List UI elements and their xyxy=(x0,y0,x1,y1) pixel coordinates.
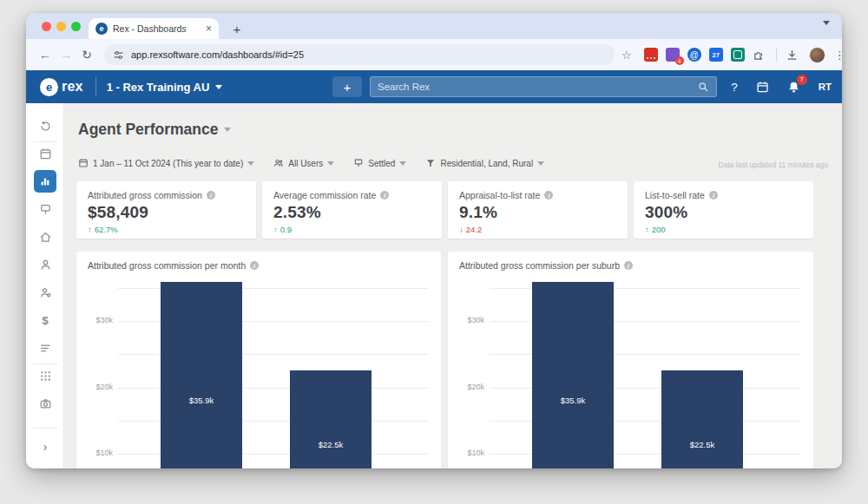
status-filter[interactable]: Settled xyxy=(353,158,406,168)
chart-plot-area: $30k$20k$10k$35.9k$22.5k xyxy=(448,252,813,468)
bar[interactable]: $22.5k xyxy=(290,370,372,468)
category-filter[interactable]: Residential, Land, Rural xyxy=(425,158,544,168)
filter-bar: 1 Jan – 11 Oct 2024 (This year to date) … xyxy=(78,158,544,168)
kpi-delta: ↑ 0.9 xyxy=(273,225,431,234)
kpi-delta-value: 200 xyxy=(652,225,666,234)
chevron-down-icon xyxy=(399,161,406,166)
trend-arrow-icon: ↑ xyxy=(88,225,92,234)
kpi-card-appraisal-to-list-rate[interactable]: Appraisal-to-list rate i 9.1% ↓ 24.2 xyxy=(448,181,628,239)
sidebar-item-finance[interactable]: $ xyxy=(26,308,64,332)
window-minimize-button[interactable] xyxy=(56,22,66,31)
window-zoom-button[interactable] xyxy=(71,22,81,31)
tab-title: Rex - Dashboards xyxy=(113,23,201,34)
chevron-down-icon xyxy=(537,161,544,166)
date-range-label: 1 Jan – 11 Oct 2024 (This year to date) xyxy=(93,159,243,168)
status-filter-label: Settled xyxy=(368,159,395,168)
site-info-icon[interactable] xyxy=(113,49,124,61)
notifications-button[interactable]: 7 xyxy=(787,81,800,94)
kpi-value: $58,409 xyxy=(88,203,245,222)
kpi-delta-value: 24.2 xyxy=(466,225,483,234)
url-text[interactable]: app.rexsoftware.com/dashboards/#id=25 xyxy=(131,49,304,60)
bar-value-label: $35.9k xyxy=(161,396,242,405)
quick-add-button[interactable]: + xyxy=(332,76,362,97)
trend-arrow-icon: ↑ xyxy=(645,225,649,234)
account-switcher[interactable]: 1 - Rex Training AU xyxy=(107,81,223,94)
browser-tab[interactable]: e Rex - Dashboards × xyxy=(89,18,219,39)
date-range-filter[interactable]: 1 Jan – 11 Oct 2024 (This year to date) xyxy=(78,158,254,168)
extension-teal-icon[interactable] xyxy=(731,48,745,62)
bar[interactable]: $35.9k xyxy=(161,282,242,468)
back-button[interactable]: ← xyxy=(35,48,56,62)
info-icon[interactable]: i xyxy=(544,191,553,200)
sidebar-item-media[interactable] xyxy=(26,391,64,416)
extension-counter-icon[interactable]: 27 xyxy=(709,48,723,62)
notification-count-badge: 7 xyxy=(797,75,807,85)
sidebar-item-listings[interactable] xyxy=(26,197,64,221)
calendar-button[interactable] xyxy=(756,81,769,94)
info-icon[interactable]: i xyxy=(207,191,215,200)
kpi-card-attributed-gross-commission[interactable]: Attributed gross commission i $58,409 ↑ … xyxy=(76,181,256,239)
chart-commission-per-suburb: Attributed gross commission per suburb i… xyxy=(448,252,813,468)
y-axis-tick: $10k xyxy=(448,448,484,457)
last-updated-text: Data last updated 11 minutes ago xyxy=(719,160,828,169)
sidebar-item-feeds[interactable] xyxy=(26,336,64,360)
address-bar[interactable]: app.rexsoftware.com/dashboards/#id=25 xyxy=(104,44,615,65)
help-button[interactable]: ? xyxy=(731,81,738,94)
sidebar-item-apps[interactable] xyxy=(26,363,64,388)
extension-red-icon[interactable] xyxy=(644,48,658,62)
sidebar-item-dashboards[interactable] xyxy=(26,169,64,193)
info-icon[interactable]: i xyxy=(624,261,633,270)
window-close-button[interactable] xyxy=(42,22,51,31)
rex-logo[interactable]: e rex xyxy=(40,78,83,96)
extension-purple-icon[interactable]: 4 xyxy=(666,48,680,62)
sidebar-item-agents[interactable] xyxy=(26,280,64,304)
rex-app-header: e rex 1 - Rex Training AU + ? xyxy=(26,70,842,103)
kpi-card-list-to-sell-rate[interactable]: List-to-sell rate i 300% ↑ 200 xyxy=(634,181,813,239)
kpi-value: 300% xyxy=(645,203,802,222)
chart-plot-area: $30k$20k$10k$35.9k$22.5k xyxy=(76,252,441,468)
page-title-text: Agent Performance xyxy=(78,121,218,139)
search-input[interactable] xyxy=(378,82,698,92)
tab-close-icon[interactable]: × xyxy=(206,23,212,35)
chevron-down-icon xyxy=(215,85,222,89)
chart-title: Attributed gross commission per month xyxy=(88,260,246,271)
browser-menu-icon[interactable]: ⋮ xyxy=(834,49,842,62)
y-axis-tick: $20k xyxy=(76,383,113,391)
global-search[interactable] xyxy=(370,76,717,97)
profile-avatar[interactable] xyxy=(809,47,825,63)
chart-commission-per-month: Attributed gross commission per month i … xyxy=(76,252,441,468)
info-icon[interactable]: i xyxy=(380,191,389,200)
bookmark-star-icon[interactable]: ☆ xyxy=(621,49,632,62)
browser-window: e Rex - Dashboards × + ← → ↻ app.rexsoft… xyxy=(26,13,842,468)
bar-value-label: $22.5k xyxy=(661,440,743,449)
tab-search-chevron-icon[interactable] xyxy=(823,21,830,25)
sidebar-item-properties[interactable] xyxy=(26,225,64,249)
extension-at-icon[interactable]: @ xyxy=(687,48,701,62)
forward-button[interactable]: → xyxy=(56,48,76,62)
reload-button[interactable]: ↻ xyxy=(76,48,97,62)
category-filter-label: Residential, Land, Rural xyxy=(440,159,533,168)
bar[interactable]: $22.5k xyxy=(661,370,743,468)
rex-favicon-icon: e xyxy=(95,23,108,35)
sidebar-item-calendar[interactable] xyxy=(26,141,64,166)
chart-title: Attributed gross commission per suburb xyxy=(459,260,620,271)
users-filter-label: All Users xyxy=(288,159,323,168)
downloads-icon[interactable] xyxy=(786,49,799,62)
kpi-value: 2.53% xyxy=(273,203,431,222)
sidebar-item-history[interactable] xyxy=(26,114,64,138)
search-icon[interactable] xyxy=(698,82,709,93)
sidebar-item-contacts[interactable] xyxy=(26,252,64,277)
kpi-delta: ↑ 200 xyxy=(645,225,802,234)
kpi-card-average-commission-rate[interactable]: Average commission rate i 2.53% ↑ 0.9 xyxy=(262,181,442,239)
extensions-puzzle-icon[interactable] xyxy=(753,49,766,62)
new-tab-button[interactable]: + xyxy=(227,19,247,38)
info-icon[interactable]: i xyxy=(709,191,718,200)
browser-tab-bar: e Rex - Dashboards × + xyxy=(26,13,842,39)
users-filter[interactable]: All Users xyxy=(273,158,334,168)
sidebar-expand-button[interactable]: › xyxy=(26,435,64,459)
bar[interactable]: $35.9k xyxy=(532,282,614,468)
kpi-row: Attributed gross commission i $58,409 ↑ … xyxy=(76,181,813,239)
info-icon[interactable]: i xyxy=(250,261,259,270)
user-avatar[interactable]: RT xyxy=(819,82,832,92)
title-chevron-icon[interactable] xyxy=(224,128,231,132)
